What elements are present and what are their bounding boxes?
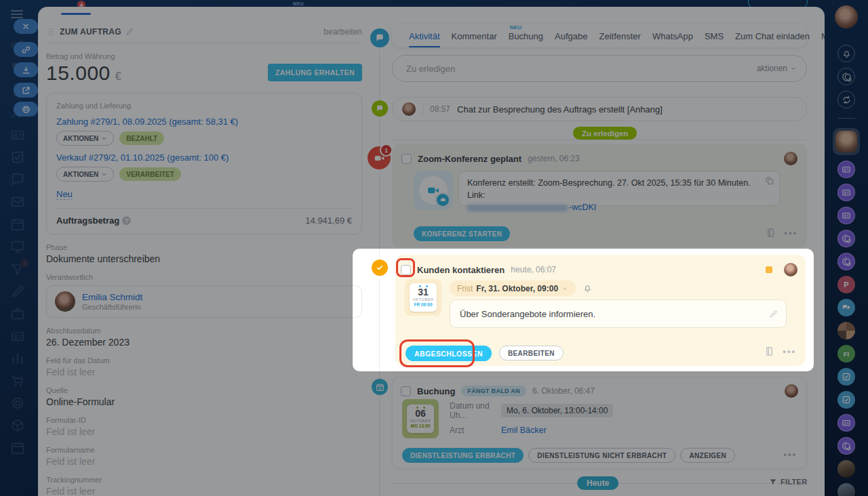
copy-link-button[interactable]	[14, 42, 38, 57]
status-badge: BEZAHLT	[119, 131, 164, 145]
copilot-icon[interactable]	[837, 68, 855, 85]
calendar-icon[interactable]	[10, 217, 25, 232]
amount-label: Betrag und Währung	[46, 52, 362, 60]
service-provided-button[interactable]: DIENSTLEISTUNG ERBRACHT	[402, 448, 524, 463]
actions-dropdown[interactable]: AKTIONEN	[56, 167, 114, 182]
sale-link[interactable]: Verkauf #279/2, 01.10.2025 (gesamt: 100 …	[56, 152, 352, 163]
calendar-time: FR 09:00	[414, 302, 432, 307]
group-avatar[interactable]	[837, 322, 855, 339]
chat-copilot-icon[interactable]	[837, 253, 855, 270]
tab-kommentar[interactable]: Kommentar	[452, 31, 497, 41]
conference-link[interactable]: -wcDKI	[569, 203, 596, 212]
todo-input[interactable]	[405, 63, 757, 75]
edit-title-icon[interactable]	[125, 28, 134, 36]
print-button[interactable]	[14, 102, 38, 117]
tab-aktivitaet[interactable]: Aktivität	[409, 31, 440, 41]
active-chat-avatar[interactable]	[833, 128, 860, 155]
chat-contact-icon[interactable]	[837, 414, 855, 432]
entry-checkbox[interactable]	[401, 154, 412, 164]
booking-checkbox[interactable]	[401, 386, 411, 396]
import-button[interactable]	[14, 62, 38, 77]
service-not-provided-button[interactable]: DIENSTLEISTUNG NICHT ERBRACHT	[528, 448, 675, 463]
show-button[interactable]: ANZEIGEN	[680, 448, 735, 463]
field-value[interactable]: 26. Dezember 2023	[46, 337, 362, 348]
chat-entry[interactable]: 08:57 Chat zur Besprechung des Auftrags …	[392, 97, 807, 121]
tab-zeitfenster[interactable]: Zeitfenster	[599, 31, 640, 41]
doctor-link[interactable]: Emil Bäcker	[501, 426, 547, 435]
new-payment-link[interactable]: Neu	[56, 189, 73, 200]
help-icon[interactable]: ?	[122, 216, 131, 225]
field-value[interactable]: Feld ist leer	[46, 486, 362, 496]
chat-copilot-icon[interactable]	[837, 230, 855, 247]
field-value[interactable]: Feld ist leer	[46, 367, 362, 377]
chat-fi-avatar[interactable]: FI	[837, 345, 855, 363]
notifications-bell-icon[interactable]	[837, 45, 855, 62]
task-description-box[interactable]: Über Sonderangebote informieren.	[450, 299, 787, 328]
booking-field-value[interactable]: Mo, 6. Oktober, 13:00-14:00	[501, 404, 613, 417]
open-new-window-button[interactable]	[14, 83, 38, 98]
copy-icon[interactable]	[764, 175, 774, 186]
tab-zum-chat-einladen[interactable]: Zum Chat einladen	[735, 31, 810, 41]
sites-icon[interactable]	[10, 239, 25, 254]
profile-avatar[interactable]	[835, 5, 858, 28]
more-menu-icon[interactable]: •••	[784, 228, 797, 238]
contact-card-icon[interactable]	[10, 329, 25, 344]
tab-sms[interactable]: SMS	[705, 31, 724, 41]
calendar2-icon[interactable]	[10, 440, 25, 455]
edit-description-icon[interactable]	[769, 310, 778, 318]
photo-avatar[interactable]	[837, 460, 855, 478]
task-chat-icon[interactable]	[837, 391, 855, 409]
briefcase-icon[interactable]	[10, 306, 25, 321]
chat-contact-icon[interactable]	[837, 161, 855, 178]
calendar-month: OKTOBER	[413, 297, 434, 302]
pencil-icon[interactable]	[10, 284, 25, 299]
todo-divider-badge[interactable]: Zu erledigen	[573, 127, 637, 140]
reminder-bell-icon[interactable]	[583, 283, 593, 293]
start-conference-button[interactable]: KONFERENZ STARTEN	[414, 226, 510, 241]
chat-copilot-icon[interactable]	[837, 437, 855, 455]
chat-contact-icon[interactable]	[837, 184, 855, 201]
field-value[interactable]: Feld ist leer	[46, 456, 362, 467]
deadline-dropdown[interactable]: Frist Fr, 31. Oktober, 09:00	[450, 281, 576, 296]
drag-grip-icon[interactable]	[46, 27, 56, 37]
tasks-icon[interactable]	[10, 150, 25, 165]
task-chat-icon[interactable]	[837, 368, 855, 386]
edit-link[interactable]: bearbeiten	[323, 27, 362, 37]
mail-icon[interactable]	[10, 194, 25, 209]
chat-p-avatar[interactable]: P	[837, 276, 855, 293]
tab-whatsapp[interactable]: WhatsApp	[652, 31, 693, 41]
field-value[interactable]: Online-Formular	[46, 396, 362, 407]
note-icon[interactable]	[766, 228, 776, 238]
payment-received-button[interactable]: ZAHLUNG ERHALTEN	[268, 64, 362, 81]
group-chat-icon[interactable]	[837, 299, 855, 316]
avatar	[55, 291, 75, 312]
actions-dropdown[interactable]: AKTIONEN	[56, 131, 114, 146]
package-icon[interactable]	[10, 418, 25, 433]
tab-buchung[interactable]: NEUBuchung	[509, 31, 543, 41]
todo-input-box[interactable]: aktionen	[392, 55, 807, 82]
chart-icon[interactable]	[10, 351, 25, 366]
today-button[interactable]: Heute	[577, 476, 618, 490]
responsible-name[interactable]: Emilia Schmidt	[82, 292, 142, 302]
card-icon[interactable]	[10, 127, 25, 142]
responsible-card[interactable]: Emilia Schmidt Geschäftsführerin	[46, 285, 362, 318]
actions-dropdown[interactable]: aktionen	[757, 64, 797, 73]
chat-contact-icon[interactable]	[837, 207, 855, 224]
tab-aufgabe[interactable]: Aufgabe	[555, 31, 587, 41]
messenger-sync-icon[interactable]	[837, 91, 855, 108]
close-button[interactable]	[14, 19, 38, 34]
crm-funnel-icon[interactable]: 1	[10, 262, 25, 276]
chat-icon[interactable]	[10, 172, 25, 187]
photo-avatar[interactable]	[837, 483, 855, 496]
more-menu-icon[interactable]: •••	[783, 449, 797, 459]
cart-icon[interactable]	[10, 373, 25, 388]
more-menu-icon[interactable]: •••	[783, 346, 796, 356]
filter-button[interactable]: FILTER	[769, 478, 807, 486]
target-icon[interactable]	[10, 396, 25, 411]
tab-mehr[interactable]: Mehr	[821, 31, 825, 41]
field-value[interactable]: Feld ist leer	[46, 426, 362, 437]
edit-task-button[interactable]: BEARBEITEN	[499, 346, 564, 360]
field-value[interactable]: Dokumente unterschreiben	[46, 253, 362, 264]
note-icon[interactable]	[764, 346, 774, 356]
payment-link[interactable]: Zahlung #279/1, 08.09.2025 (gesamt: 58,3…	[56, 117, 352, 127]
